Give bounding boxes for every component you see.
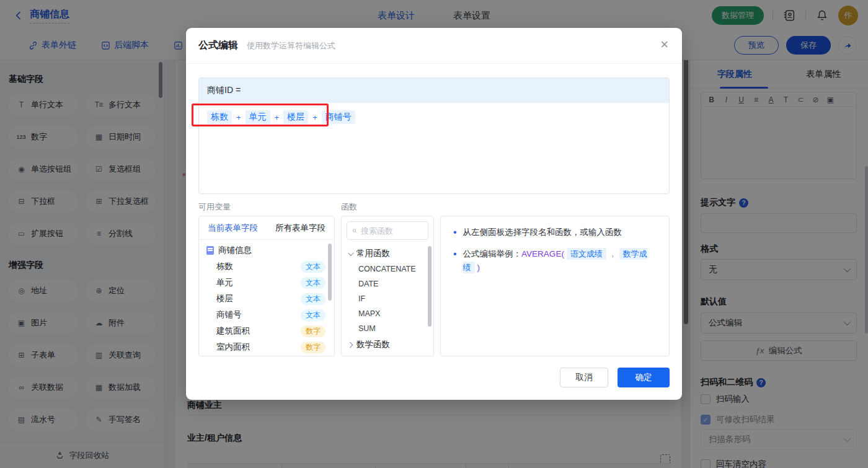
variables-group-label: 商铺信息 <box>218 245 252 256</box>
function-group-common[interactable]: 常用函数 <box>342 245 433 262</box>
variables-group-row[interactable]: 商铺信息 <box>199 240 334 258</box>
formula-expression[interactable]: 栋数 + 单元 + 楼层 + 商铺号 <box>199 103 669 131</box>
tab-all-form-fields[interactable]: 所有表单字段 <box>275 223 326 234</box>
function-search-input[interactable] <box>361 226 423 236</box>
variables-pane: 当前表单字段 所有表单字段 商铺信息 栋数文本 单元文本 楼层文本 商铺号文本 … <box>198 216 335 356</box>
type-badge: 文本 <box>301 261 326 273</box>
type-badge: 数字 <box>301 325 326 337</box>
search-icon <box>352 227 357 235</box>
tip-line-1: • 从左侧面板选择字段名和函数，或输入函数 <box>453 226 657 239</box>
bullet-icon: • <box>453 247 457 261</box>
close-icon[interactable]: × <box>660 38 668 51</box>
chevron-down-icon <box>348 250 354 256</box>
variable-row[interactable]: 单元文本 <box>199 275 334 291</box>
modal-title: 公式编辑 <box>198 39 238 52</box>
function-group-math[interactable]: 数学函数 <box>342 336 433 353</box>
formula-token[interactable]: 楼层 <box>283 110 308 124</box>
type-badge: 文本 <box>301 277 326 289</box>
modal-header: 公式编辑 使用数学运算符编辑公式 <box>186 28 682 64</box>
functions-scrollbar[interactable] <box>428 246 432 327</box>
type-badge: 数字 <box>301 342 326 353</box>
functions-pane: 常用函数 CONCATENATE DATE IF MAPX SUM 数学函数 文… <box>341 216 434 356</box>
type-badge: 文本 <box>301 309 326 321</box>
functions-label: 函数 <box>341 201 357 213</box>
plus-operator: + <box>236 113 241 122</box>
confirm-button[interactable]: 确定 <box>618 368 670 387</box>
variable-row[interactable]: 楼层文本 <box>199 291 334 307</box>
formula-token[interactable]: 栋数 <box>207 110 232 124</box>
form-document-icon <box>206 246 214 255</box>
bullet-icon: • <box>453 226 457 239</box>
formula-edit-modal: 公式编辑 使用数学运算符编辑公式 × 商铺ID = 栋数 + 单元 + 楼层 +… <box>186 28 682 400</box>
type-badge: 文本 <box>301 293 326 305</box>
variable-row[interactable]: 建筑面积数字 <box>199 323 334 339</box>
tips-pane: • 从左侧面板选择字段名和函数，或输入函数 • 公式编辑举例：AVERAGE( … <box>440 216 670 356</box>
function-item[interactable]: IF <box>342 291 433 306</box>
function-item[interactable]: CONCATENATE <box>342 262 433 276</box>
example-chip: 语文成绩 <box>567 248 606 260</box>
function-group-text[interactable]: 文本函数 <box>342 353 433 356</box>
function-search[interactable] <box>347 221 428 240</box>
formula-target: 商铺ID = <box>199 78 669 103</box>
formula-editor[interactable]: 商铺ID = 栋数 + 单元 + 楼层 + 商铺号 <box>198 77 670 194</box>
example-function-name: AVERAGE( <box>521 249 564 258</box>
formula-token[interactable]: 单元 <box>246 110 270 124</box>
function-item[interactable]: MAPX <box>342 306 433 321</box>
modal-subtitle: 使用数学运算符编辑公式 <box>247 40 335 51</box>
variables-label: 可用变量 <box>198 201 231 213</box>
plus-operator: + <box>312 113 317 122</box>
tip-line-2: • 公式编辑举例：AVERAGE( 语文成绩 ， 数学成绩 ) <box>453 247 657 275</box>
formula-token[interactable]: 商铺号 <box>322 110 355 124</box>
variable-row[interactable]: 数字 <box>199 355 334 356</box>
chevron-right-icon <box>347 342 353 348</box>
variable-row[interactable]: 商铺号文本 <box>199 307 334 323</box>
tab-current-form-fields[interactable]: 当前表单字段 <box>208 223 258 234</box>
function-item[interactable]: DATE <box>342 276 433 291</box>
variables-scrollbar[interactable] <box>328 244 332 301</box>
plus-operator: + <box>275 113 280 122</box>
cancel-button[interactable]: 取消 <box>560 368 608 387</box>
variable-row[interactable]: 栋数文本 <box>199 258 334 275</box>
app-root: 商铺信息 表单设计 表单设置 数据管理 作 表单外链 <box>0 0 868 468</box>
variable-row[interactable]: 室内面积数字 <box>199 339 334 355</box>
variables-tabs: 当前表单字段 所有表单字段 <box>199 216 334 240</box>
function-item[interactable]: SUM <box>342 321 433 336</box>
